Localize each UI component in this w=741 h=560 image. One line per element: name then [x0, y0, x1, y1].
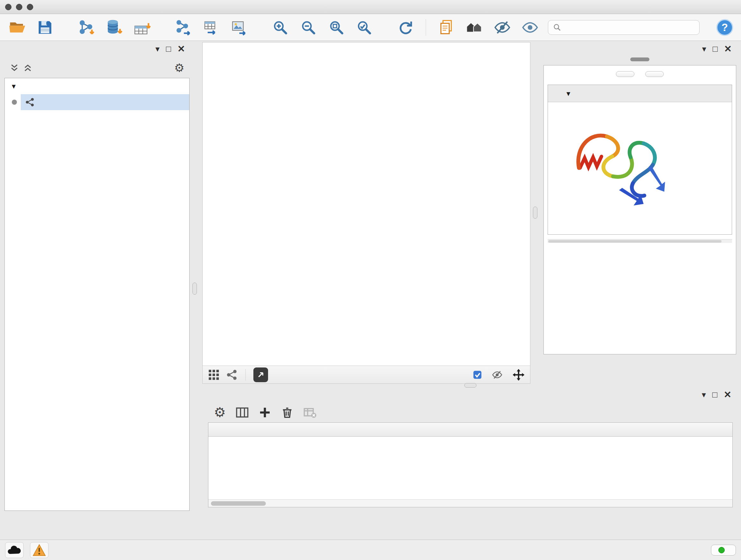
- node-table: [208, 422, 733, 507]
- selected-nodes-indicator: [473, 370, 485, 380]
- delete-column-trash-icon[interactable]: [281, 406, 293, 419]
- table-arrow-icon: [203, 19, 220, 36]
- network-from-selection-button[interactable]: [173, 17, 194, 38]
- search-box[interactable]: [548, 20, 699, 35]
- open-documents-button[interactable]: [436, 17, 457, 38]
- collapse-all-button[interactable]: [645, 71, 664, 77]
- scrollbar-thumb[interactable]: [211, 501, 266, 506]
- panel-close-icon[interactable]: ✕: [724, 390, 731, 399]
- panel-close-icon[interactable]: ✕: [178, 44, 185, 54]
- zoom-selected-icon: [356, 19, 373, 36]
- import-network-file-button[interactable]: [76, 17, 97, 38]
- hidden-eye-slash-icon[interactable]: [492, 369, 502, 380]
- svg-text:?: ?: [722, 21, 728, 33]
- panel-menu-chevron-icon[interactable]: ▾: [155, 45, 159, 53]
- node-table-header: [208, 423, 732, 437]
- import-table-icon: [133, 19, 151, 36]
- table-options-gear-icon[interactable]: ⚙: [214, 406, 226, 419]
- grid-view-icon[interactable]: [208, 369, 220, 381]
- zoom-window-button[interactable]: [27, 4, 33, 10]
- import-network-database-button[interactable]: [104, 17, 125, 38]
- cloud-status-button[interactable]: [5, 542, 23, 558]
- birdseye-view-button[interactable]: [253, 368, 268, 382]
- expand-all-chevrons-icon[interactable]: [10, 63, 19, 73]
- network-glyph-icon: [25, 98, 35, 107]
- add-column-plus-icon[interactable]: [259, 406, 271, 419]
- zoom-fit-icon: [328, 19, 345, 36]
- bottom-panel-divider-handle[interactable]: [464, 383, 476, 388]
- network-nodes-layer: [203, 43, 530, 366]
- network-collection-item[interactable]: ▾: [5, 78, 189, 94]
- show-columns-icon[interactable]: [235, 406, 249, 419]
- string-results-tab[interactable]: [630, 57, 650, 61]
- apply-layout-button[interactable]: [395, 17, 415, 38]
- collapse-triangle-icon[interactable]: ▾: [12, 82, 16, 91]
- results-panel-header: ▾ □ ✕: [543, 42, 736, 56]
- eye-slash-icon: [494, 19, 511, 36]
- selected-checkbox-icon[interactable]: [473, 370, 482, 380]
- panel-float-icon[interactable]: □: [712, 390, 718, 399]
- panel-close-icon[interactable]: ✕: [724, 44, 732, 54]
- zoom-fit-button[interactable]: [326, 17, 347, 38]
- delete-table-icon-disabled: [303, 406, 317, 419]
- expand-all-button[interactable]: [616, 71, 634, 77]
- double-home-icon: [466, 19, 483, 36]
- panel-float-icon[interactable]: □: [166, 45, 171, 53]
- eye-icon: [522, 19, 539, 36]
- panel-menu-chevron-icon[interactable]: ▾: [702, 390, 706, 399]
- left-panel-divider-handle[interactable]: [192, 283, 197, 295]
- documents-icon: [438, 19, 455, 36]
- network-canvas[interactable]: [203, 43, 530, 366]
- pan-crosshair-icon[interactable]: [512, 368, 525, 381]
- warnings-button[interactable]: [30, 542, 49, 558]
- panel-float-icon[interactable]: □: [713, 45, 718, 53]
- collapse-all-chevrons-icon[interactable]: [23, 63, 32, 73]
- panel-menu-chevron-icon[interactable]: ▾: [702, 45, 706, 53]
- network-view: [202, 42, 530, 384]
- network-tree-item-selected[interactable]: [5, 94, 189, 110]
- search-input[interactable]: [565, 22, 695, 32]
- zoom-in-button[interactable]: [270, 17, 291, 38]
- export-image-button[interactable]: [229, 17, 250, 38]
- image-export-icon: [231, 19, 248, 36]
- hide-graphics-details-button[interactable]: [492, 17, 513, 38]
- current-network-bullet-icon: [12, 100, 17, 105]
- search-icon: [553, 23, 562, 32]
- right-panel-divider-handle[interactable]: [533, 206, 537, 219]
- table-panel-header: ▾ □ ✕: [207, 388, 736, 401]
- network-view-toolbar: [203, 366, 530, 383]
- gene-description: [548, 102, 732, 109]
- results-horizontal-scrollbar[interactable]: [548, 239, 732, 243]
- welcome-screen-button[interactable]: [464, 17, 484, 38]
- results-panel: ▾ □ ✕ ▾: [543, 42, 736, 377]
- application-window: { "window": { "title": "Session: New Ses…: [0, 0, 741, 560]
- status-bar: [0, 540, 741, 560]
- table-horizontal-scrollbar[interactable]: [208, 499, 732, 507]
- gene-section-header[interactable]: ▾: [548, 85, 732, 102]
- cloud-icon: [7, 545, 22, 555]
- control-panel: ▾ □ ✕ ⚙ ▾: [4, 42, 190, 530]
- network-share-icon[interactable]: [226, 369, 238, 381]
- open-session-button[interactable]: [7, 17, 27, 38]
- show-graphics-details-button[interactable]: [520, 17, 541, 38]
- network-selection-summary-row: ⚙: [4, 60, 190, 76]
- zoom-selected-button[interactable]: [354, 17, 374, 38]
- main-toolbar: ?: [0, 14, 741, 41]
- zoom-out-button[interactable]: [298, 17, 319, 38]
- protein-structure-image: [557, 111, 732, 227]
- node-table-body: [208, 437, 732, 499]
- table-panel: ▾ □ ✕ ⚙: [207, 388, 736, 536]
- import-table-button[interactable]: [132, 17, 152, 38]
- network-options-gear-icon[interactable]: ⚙: [174, 62, 185, 74]
- network-tree: ▾: [4, 78, 190, 511]
- refresh-layout-icon: [397, 19, 414, 36]
- clone-network-button[interactable]: [201, 17, 221, 38]
- section-collapse-triangle-icon[interactable]: ▾: [566, 89, 570, 98]
- zoom-out-icon: [300, 19, 317, 36]
- minimize-window-button[interactable]: [16, 4, 22, 10]
- memory-button[interactable]: [711, 545, 736, 556]
- close-window-button[interactable]: [5, 4, 11, 10]
- save-session-button[interactable]: [35, 17, 56, 38]
- help-button[interactable]: ?: [716, 18, 734, 37]
- warning-triangle-icon: [32, 544, 46, 556]
